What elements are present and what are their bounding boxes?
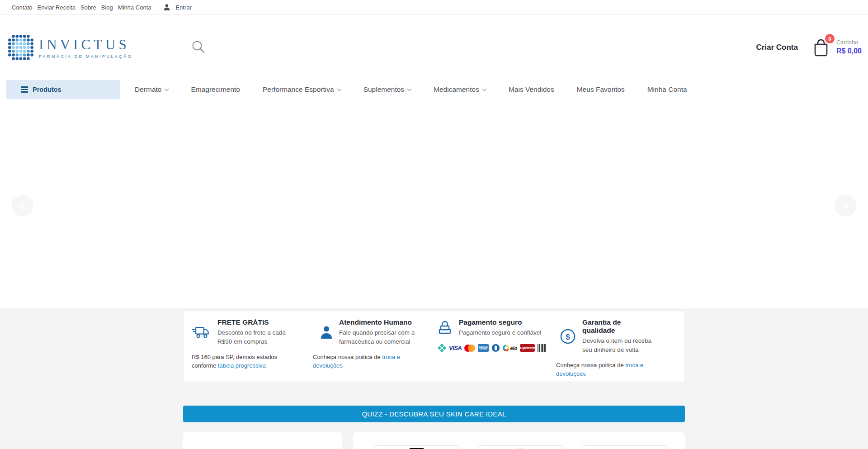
cart-count-badge: 0: [825, 34, 835, 43]
benefit-atendimento: Atendimento Humano Fale quando precisar …: [302, 318, 426, 382]
diners-icon: [491, 344, 500, 352]
bottom-cards-row: [183, 432, 685, 449]
search-icon: [190, 39, 207, 56]
topbar-link-enviar-receita[interactable]: Enviar Receita: [38, 4, 76, 11]
svg-text:$: $: [566, 333, 570, 341]
boleto-barcode-icon: [538, 344, 546, 352]
cart-label: Carrinho: [836, 39, 862, 47]
info-section: FRETE GRÁTIS Desconto no frete a cada R$…: [0, 308, 868, 449]
benefit-footer: Conheça nossa poitica de troca e devoluç…: [313, 353, 418, 370]
quiz-banner-label: QUIZZ - DESCUBRA SEU SKIN CARE IDEAL: [362, 410, 506, 418]
person-icon: [320, 325, 333, 340]
topbar-link-minha-conta[interactable]: Minha Conta: [118, 4, 151, 11]
truck-icon: [192, 325, 212, 340]
nav-item-suplementos[interactable]: Suplementos: [363, 85, 411, 94]
chevron-down-icon: [482, 86, 486, 91]
hamburger-icon: [21, 86, 28, 92]
elo-icon: elo: [503, 344, 517, 352]
benefits-card: FRETE GRÁTIS Desconto no frete a cada R$…: [183, 310, 685, 382]
logo-name: INVICTUS: [39, 37, 132, 53]
payment-methods: VISA AMERICAN EXPRESS elo Hipercard: [438, 344, 546, 352]
logo-dots-icon: [6, 33, 35, 62]
chevron-down-icon: [165, 86, 169, 91]
topbar: Contato Enviar Receita Sobre Blog Minha …: [0, 0, 868, 15]
products-menu-label: Produtos: [33, 86, 61, 93]
hipercard-icon: Hipercard: [520, 344, 535, 352]
header-right: Criar Conta 0 Carrinho R$ 0,00: [756, 38, 862, 57]
benefit-title: Garantia de qualidade: [582, 318, 655, 335]
carousel-prev-button[interactable]: [12, 195, 33, 217]
benefit-title: Atendimento Humano: [339, 318, 420, 326]
amex-icon: AMERICAN EXPRESS: [478, 344, 489, 352]
money-back-icon: $: [559, 328, 576, 345]
benefit-description: Devolva o item ou receba seu dinheiro de…: [582, 336, 655, 354]
user-icon: [163, 3, 171, 11]
nav-item-emagrecimento[interactable]: Emagrecimento: [191, 85, 240, 94]
chevron-left-icon: [20, 202, 28, 210]
pix-icon: [438, 344, 446, 352]
search-button[interactable]: [190, 39, 207, 56]
benefit-description: Pagamento seguro e confiável: [459, 328, 541, 337]
product-card[interactable]: [582, 445, 668, 449]
hero-carousel: [0, 99, 868, 308]
benefit-frete-gratis: FRETE GRÁTIS Desconto no frete a cada R$…: [184, 318, 302, 382]
benefit-title: FRETE GRÁTIS: [217, 318, 297, 326]
benefit-pagamento: Pagamento seguro Pagamento seguro e conf…: [426, 318, 550, 382]
login-link[interactable]: Entrar: [176, 4, 192, 11]
products-menu-button[interactable]: Produtos: [6, 80, 120, 99]
nav-item-medicamentos[interactable]: Medicamentos: [434, 85, 486, 94]
nav-item-minha-conta[interactable]: Minha Conta: [647, 85, 687, 94]
benefit-footer: R$ 160 para SP, demais estados conforme …: [192, 353, 297, 370]
main-nav: Produtos Dermato Emagrecimento Performan…: [0, 80, 868, 99]
logo-text: INVICTUS FARMÁCIA DE MANIPULAÇÃO: [39, 37, 132, 59]
benefit-description: Desconto no frete a cada R$50 em compras: [217, 328, 297, 346]
quiz-banner-button[interactable]: QUIZZ - DESCUBRA SEU SKIN CARE IDEAL: [183, 406, 685, 422]
benefit-garantia: $ Garantia de qualidade Devolva o item o…: [550, 318, 684, 382]
login-entry[interactable]: Entrar: [163, 3, 197, 11]
visa-icon: VISA: [449, 344, 462, 352]
cart-button[interactable]: 0: [811, 38, 830, 57]
chevron-right-icon: [841, 202, 849, 210]
lock-icon: [437, 320, 453, 336]
product-card[interactable]: [374, 445, 460, 449]
logo-tagline: FARMÁCIA DE MANIPULAÇÃO: [39, 54, 132, 59]
topbar-link-contato[interactable]: Contato: [12, 4, 33, 11]
tabela-progressiva-link[interactable]: tabela progressiva: [218, 362, 266, 369]
nav-item-performance-esportiva[interactable]: Performance Esportiva: [263, 85, 341, 94]
product-card[interactable]: [478, 445, 564, 449]
nav-links: Dermato Emagrecimento Performance Esport…: [135, 85, 687, 94]
header: INVICTUS FARMÁCIA DE MANIPULAÇÃO Criar C…: [0, 15, 868, 80]
mastercard-icon: [464, 344, 475, 352]
logo[interactable]: INVICTUS FARMÁCIA DE MANIPULAÇÃO: [6, 33, 132, 62]
products-preview-card: [353, 432, 685, 449]
chevron-down-icon: [337, 86, 341, 91]
nav-item-dermato[interactable]: Dermato: [135, 85, 168, 94]
create-account-button[interactable]: Criar Conta: [756, 43, 798, 52]
topbar-link-blog[interactable]: Blog: [101, 4, 113, 11]
topbar-link-sobre[interactable]: Sobre: [80, 4, 96, 11]
benefit-title: Pagamento seguro: [459, 318, 541, 326]
nav-item-mais-vendidos[interactable]: Mais Vendidos: [509, 85, 554, 94]
cart-info[interactable]: Carrinho R$ 0,00: [836, 39, 862, 56]
cart-total: R$ 0,00: [836, 47, 862, 56]
benefit-description: Fale quando precisar com a farmacêutica …: [339, 328, 420, 346]
nav-item-meus-favoritos[interactable]: Meus Favoritos: [577, 85, 625, 94]
chevron-down-icon: [407, 86, 412, 91]
carousel-next-button[interactable]: [835, 195, 856, 217]
bottom-left-card: [183, 432, 342, 449]
benefit-footer: Conheça nossa poitica de troca e devoluç…: [556, 361, 661, 378]
